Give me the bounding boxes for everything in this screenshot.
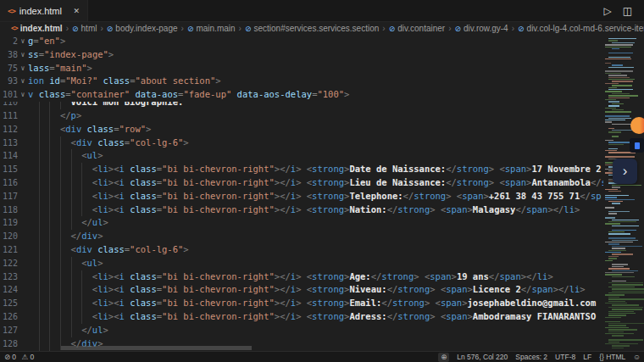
- code-line-122[interactable]: 122<ul>: [0, 257, 644, 270]
- split-editor-button[interactable]: ◫: [623, 5, 632, 17]
- code-token: Antanambola: [531, 177, 591, 187]
- floating-badge-icon[interactable]: [630, 117, 644, 134]
- fold-chevron-icon[interactable]: ∨: [18, 75, 28, 88]
- code-token: "bi bi-chevron-right": [162, 284, 275, 294]
- status-encoding[interactable]: UTF-8: [555, 353, 575, 361]
- code-line-101[interactable]: 101∨v class="container" data-aos="fade-u…: [0, 88, 644, 102]
- horizontal-scrollbar[interactable]: [61, 346, 252, 350]
- line-number: 119: [0, 216, 18, 230]
- code-token: Age:: [349, 271, 370, 281]
- line-content: </div>: [28, 230, 644, 243]
- minimap-line: [612, 345, 630, 346]
- minimap-line: [605, 156, 635, 157]
- line-number: 116: [0, 176, 18, 190]
- code-area[interactable]: 2∨g="en">38∨ss="index-page">75∨lass="mai…: [0, 35, 644, 351]
- code-line-2[interactable]: 2∨g="en">: [0, 35, 644, 48]
- indent-guide: [49, 257, 50, 270]
- minimap-line: [605, 223, 620, 224]
- run-button[interactable]: ▷: [603, 5, 611, 17]
- minimap-line: [608, 101, 619, 102]
- fold-chevron-icon[interactable]: ∨: [18, 35, 28, 48]
- line-number: 123: [0, 270, 18, 284]
- status-error-count[interactable]: ⊘0: [4, 353, 16, 361]
- minimap-line: [608, 89, 633, 90]
- code-line-115[interactable]: 115<li><i class="bi bi-chevron-right"></…: [0, 163, 644, 176]
- minimap-line: [612, 85, 632, 86]
- code-line-120[interactable]: 120</div>: [0, 230, 644, 243]
- indent-guide: [60, 324, 61, 337]
- minimap-line: [608, 148, 618, 149]
- code-line-112[interactable]: 112<div class="row">: [0, 123, 644, 136]
- code-token: ul: [87, 258, 98, 268]
- code-line-123[interactable]: 123<li><i class="bi bi-chevron-right"></…: [0, 270, 644, 284]
- circled-plus-icon[interactable]: ⊕: [438, 353, 449, 362]
- breadcrumb-separator: ›: [382, 24, 385, 33]
- status-warning-count[interactable]: ⚠0: [22, 353, 34, 361]
- minimap-line: [605, 189, 618, 190]
- minimap-line: [608, 57, 630, 58]
- code-line-118[interactable]: 118<li><i class="bi bi-chevron-right"></…: [0, 203, 644, 217]
- status-cursor-position[interactable]: Ln 576, Col 220: [457, 353, 508, 361]
- fold-chevron-icon[interactable]: ∨: [18, 88, 28, 102]
- indent-guide: [39, 102, 40, 109]
- code-token: "100": [317, 89, 344, 99]
- breadcrumb-item[interactable]: ⊘div.container: [389, 24, 446, 33]
- indent-guide: [49, 324, 50, 337]
- code-line-117[interactable]: 117<li><i class="bi bi-chevron-right"></…: [0, 190, 644, 203]
- code-token: </: [489, 271, 500, 281]
- breadcrumb-item[interactable]: ⊘body.index-page: [107, 24, 178, 33]
- minimap-line: [605, 73, 621, 74]
- code-line-38[interactable]: 38∨ss="index-page">: [0, 48, 644, 62]
- line-number: 117: [0, 190, 18, 203]
- minimap-line: [612, 291, 644, 292]
- status-language-mode[interactable]: {} HTML: [599, 353, 625, 361]
- code-token: "bi bi-chevron-right": [162, 311, 275, 321]
- minimap[interactable]: [603, 35, 644, 351]
- fold-chevron-icon[interactable]: ∨: [18, 62, 28, 75]
- breadcrumb-item[interactable]: ⊘html: [72, 24, 97, 33]
- breadcrumb-item[interactable]: ⊘main.main: [187, 24, 236, 33]
- code-line-93[interactable]: 93∨ion id="Moi?" class="about section">: [0, 75, 644, 88]
- code-line-126[interactable]: 126<li><i class="bi bi-chevron-right"></…: [0, 310, 644, 324]
- problems-indicator[interactable]: ⊘0⚠0: [0, 353, 34, 361]
- code-line-125[interactable]: 125<li><i class="bi bi-chevron-right"></…: [0, 297, 644, 310]
- status-eol[interactable]: LF: [583, 353, 591, 361]
- fold-chevron-icon[interactable]: ∨: [18, 48, 28, 62]
- status-indentation[interactable]: Spaces: 2: [515, 353, 547, 361]
- code-line-110[interactable]: 110Voici mon Biographie:: [0, 102, 644, 109]
- indent-guide: [71, 216, 72, 230]
- minimap-line: [605, 207, 614, 208]
- code-line-111[interactable]: 111</p>: [0, 109, 644, 123]
- code-line-113[interactable]: 113<div class="col-lg-6">: [0, 136, 644, 150]
- next-chevron-button[interactable]: ›: [613, 159, 637, 184]
- indent-guide: [49, 123, 50, 136]
- code-token: strong: [312, 298, 344, 308]
- breadcrumb-item[interactable]: ⊘div.col-lg-4.col-md-6.service-item.: [518, 24, 644, 33]
- indent-guide: [71, 310, 72, 324]
- feedback-smiley-icon[interactable]: ☺: [633, 353, 641, 361]
- floating-widget-icon[interactable]: [630, 138, 644, 153]
- code-line-124[interactable]: 124<li><i class="bi bi-chevron-right"></…: [0, 283, 644, 297]
- minimap-line: [605, 242, 633, 242]
- symbol-element-icon: ⊘: [389, 25, 396, 33]
- breadcrumb-item[interactable]: <>index.html: [11, 24, 63, 33]
- breadcrumb-item[interactable]: ⊘section#services.services.section: [245, 24, 379, 33]
- code-token: Licence 2: [473, 284, 521, 294]
- close-icon[interactable]: ✕: [73, 7, 80, 15]
- code-line-127[interactable]: 127</ul>: [0, 324, 644, 337]
- minimap-line: [608, 105, 619, 106]
- minimap-line: [608, 144, 624, 145]
- minimap-line: [605, 317, 621, 318]
- code-token: class: [103, 75, 130, 86]
- minimap-line: [612, 203, 620, 203]
- code-line-116[interactable]: 116<li><i class="bi bi-chevron-right"></…: [0, 176, 644, 190]
- line-content: <div class="col-lg-6">: [28, 136, 644, 150]
- symbol-element-icon: ⊘: [245, 25, 252, 33]
- code-line-119[interactable]: 119</ul>: [0, 216, 644, 230]
- breadcrumb-item[interactable]: ⊘div.row.gy-4: [455, 24, 508, 33]
- code-token: Niveau:: [349, 284, 386, 294]
- code-line-114[interactable]: 114<ul>: [0, 149, 644, 163]
- code-line-75[interactable]: 75∨lass="main">: [0, 62, 644, 75]
- code-line-121[interactable]: 121<div class="col-lg-6">: [0, 243, 644, 257]
- tab-index-html[interactable]: <> index.html ✕: [0, 0, 88, 21]
